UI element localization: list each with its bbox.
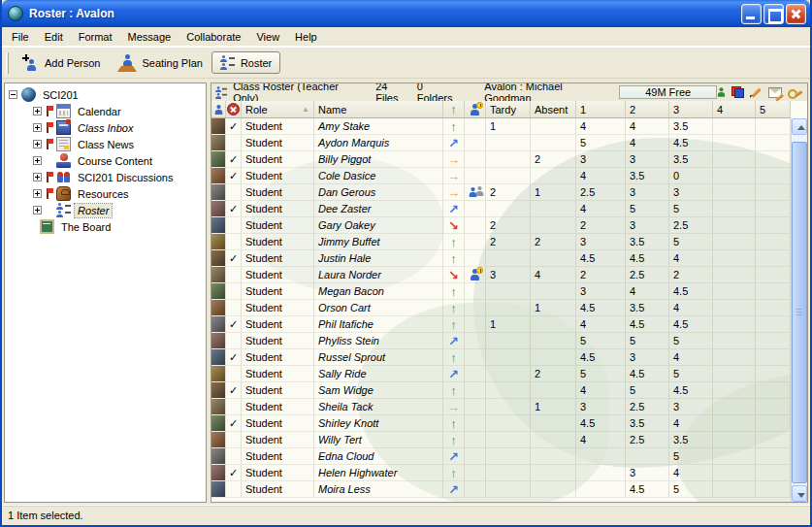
column-1[interactable]: 1	[576, 101, 626, 117]
expand-icon[interactable]	[33, 173, 42, 181]
check-cell[interactable]	[226, 234, 242, 250]
table-row[interactable]: Student Phyliss Stein ↗ 5 5 5	[211, 333, 791, 349]
table-row[interactable]: Student Laura Norder ↘ 3 4 2 2.5 2	[211, 267, 791, 283]
table-row[interactable]: ✓ Student Amy Stake ↑ 1 4 4 3.5	[211, 118, 791, 135]
seating-plan-button[interactable]: Seating Plan	[109, 50, 211, 76]
expand-icon[interactable]	[33, 107, 42, 115]
menu-edit[interactable]: Edit	[37, 29, 71, 45]
check-cell[interactable]: ✓	[226, 201, 242, 217]
column-alert[interactable]	[465, 101, 486, 117]
title-bar[interactable]: Roster : Avalon	[2, 0, 810, 27]
scrollbar-track[interactable]	[792, 135, 807, 485]
column-role[interactable]: Role ▲	[242, 101, 314, 117]
menu-format[interactable]: Format	[71, 29, 120, 45]
check-cell[interactable]	[226, 448, 242, 465]
table-row[interactable]: ✓ Student Shirley Knott ↑ 4.5 3.5 4	[211, 415, 791, 432]
table-row[interactable]: Student Willy Tert ↑ 4 2.5 3.5	[211, 432, 791, 448]
compose-mail-icon[interactable]	[768, 87, 782, 98]
table-row[interactable]: ✓ Student Dee Zaster ↗ 4 5 5	[211, 201, 791, 217]
check-cell[interactable]	[226, 366, 242, 382]
check-cell[interactable]	[226, 333, 242, 349]
scrollbar-thumb[interactable]	[792, 142, 807, 483]
check-cell[interactable]	[226, 267, 242, 283]
tree-item-calendar[interactable]: Calendar	[5, 103, 206, 119]
tree-item-roster[interactable]: Roster	[5, 202, 206, 218]
menu-help[interactable]: Help	[287, 29, 325, 45]
column-photo[interactable]	[211, 101, 226, 117]
minimize-button[interactable]	[741, 4, 762, 24]
expand-icon[interactable]	[33, 189, 42, 198]
check-cell[interactable]: ✓	[226, 118, 242, 135]
table-row[interactable]: ✓ Student Sam Widge ↑ 4 5 4.5	[211, 382, 791, 399]
expand-icon[interactable]	[33, 156, 42, 165]
check-cell[interactable]	[226, 399, 242, 415]
menu-view[interactable]: View	[248, 29, 287, 45]
tree-root-sci201[interactable]: SCI201	[5, 86, 206, 103]
column-3[interactable]: 3	[669, 101, 713, 117]
check-cell[interactable]	[226, 135, 242, 151]
check-cell[interactable]	[226, 481, 242, 498]
table-row[interactable]: Student Orson Cart ↑ 1 4.5 3.5 4	[211, 300, 791, 316]
check-cell[interactable]: ✓	[226, 349, 242, 366]
expand-icon[interactable]	[33, 206, 42, 214]
add-person-button[interactable]: Add Person	[14, 50, 109, 75]
column-5[interactable]: 5	[756, 101, 791, 117]
check-cell[interactable]: ✓	[226, 415, 242, 432]
menu-file[interactable]: File	[4, 29, 37, 45]
table-row[interactable]: ✓ Student Russel Sprout ↑ 4.5 3 4	[211, 349, 791, 366]
check-cell[interactable]	[226, 184, 242, 201]
table-row[interactable]: Student Sheila Tack → 1 3 2.5 3	[211, 399, 791, 415]
table-row[interactable]: Student Megan Bacon ↑ 3 4 4.5	[211, 283, 791, 300]
check-cell[interactable]: ✓	[226, 168, 242, 184]
person-status-icon[interactable]	[718, 87, 725, 97]
pencil-icon[interactable]	[750, 86, 763, 99]
column-trend[interactable]: ↑	[443, 101, 465, 117]
table-row[interactable]: Student Gary Oakey ↘ 2 2 3 2.5	[211, 217, 791, 234]
menu-message[interactable]: Message	[120, 29, 179, 45]
check-cell[interactable]	[226, 283, 242, 300]
tree-item-sci201-discussions[interactable]: SCI201 Discussions	[5, 169, 206, 185]
table-row[interactable]: Student Sally Ride ↗ 2 5 4.5 5	[211, 366, 791, 382]
scroll-down-button[interactable]	[792, 485, 807, 502]
table-row[interactable]: ✓ Student Phil Itafiche ↑ 1 4 4.5 4.5	[211, 316, 791, 333]
palette-icon[interactable]	[731, 86, 744, 98]
expand-icon[interactable]	[33, 140, 42, 148]
table-row[interactable]: ✓ Student Justin Hale ↑ 4.5 4.5 4	[211, 250, 791, 267]
column-2[interactable]: 2	[626, 101, 669, 117]
column-tardy[interactable]: Tardy	[486, 101, 531, 117]
table-row[interactable]: ✓ Student Cole Dasice → 4 3.5 0	[211, 168, 791, 184]
tree-item-the-board[interactable]: The Board	[5, 218, 206, 235]
check-cell[interactable]: ✓	[226, 316, 242, 333]
scroll-up-button[interactable]	[792, 118, 807, 135]
check-cell[interactable]: ✓	[226, 250, 242, 267]
table-row[interactable]: ✓ Student Helen Highwater ↑ 3 4	[211, 465, 791, 481]
tree-item-resources[interactable]: Resources	[5, 185, 206, 202]
collapse-icon[interactable]	[9, 90, 17, 99]
vertical-scrollbar[interactable]	[791, 118, 807, 502]
toolbar-grip[interactable]	[6, 52, 9, 74]
maximize-button[interactable]	[763, 4, 784, 24]
expand-icon[interactable]	[33, 123, 42, 132]
check-cell[interactable]: ✓	[226, 382, 242, 399]
table-row[interactable]: ✓ Student Billy Piggot → 2 3 3 3.5	[211, 151, 791, 168]
table-row[interactable]: Student Moira Less ↗ 4.5 5	[211, 481, 791, 498]
tree-item-course-content[interactable]: Course Content	[5, 152, 206, 169]
check-cell[interactable]: ✓	[226, 465, 242, 481]
tree-item-class-inbox[interactable]: Class Inbox	[5, 119, 206, 136]
table-row[interactable]: Student Jimmy Buffet ↑ 2 2 3 3.5 5	[211, 234, 791, 250]
check-cell[interactable]: ✓	[226, 151, 242, 168]
tree-item-class-news[interactable]: Class News	[5, 136, 206, 152]
column-blocked[interactable]	[226, 101, 242, 117]
close-button[interactable]	[786, 4, 806, 24]
table-row[interactable]: Student Aydon Marquis ↗ 5 4 4.5	[211, 135, 791, 151]
column-absent[interactable]: Absent	[531, 101, 576, 117]
roster-toggle-button[interactable]: Roster	[211, 51, 280, 74]
table-row[interactable]: Student Dan Gerous → 2 1 2.5 3 3	[211, 184, 791, 201]
menu-collaborate[interactable]: Collaborate	[179, 29, 248, 45]
column-4[interactable]: 4	[713, 101, 756, 117]
check-cell[interactable]	[226, 300, 242, 316]
key-edit-icon[interactable]	[788, 86, 802, 98]
table-row[interactable]: Student Edna Cloud ↗ 5	[211, 448, 791, 465]
column-name[interactable]: Name	[314, 101, 443, 117]
check-cell[interactable]	[226, 217, 242, 234]
